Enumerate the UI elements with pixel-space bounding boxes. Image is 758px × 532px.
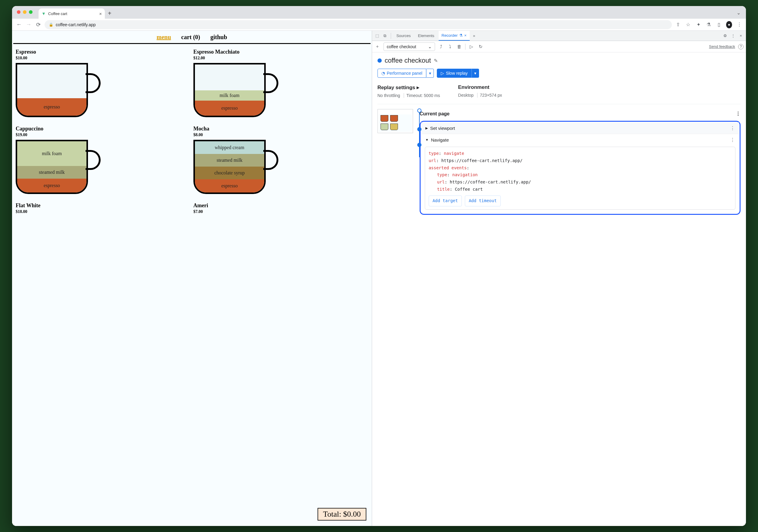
layer-espresso: espresso [195,179,264,192]
new-tab-button[interactable]: + [108,10,112,19]
cup-graphic: whipped cream steamed milk chocolate syr… [193,140,266,194]
product-price: $10.00 [16,56,190,60]
product-price: $12.00 [193,56,368,60]
cup-handle-icon [86,73,101,93]
recording-title: coffee checkout ✎ [377,57,379,64]
product-price: $19.00 [16,133,190,137]
layer-milkfoam: milk foam [195,90,264,101]
nav-menu[interactable]: menu [157,34,171,41]
product-grid: Espresso $10.00 espresso Espresso Macchi… [12,44,372,219]
cup-graphic: espresso [16,63,88,117]
recording-dot-icon [377,58,379,63]
layer-milkfoam: milk foam [17,141,86,166]
page-content: menu cart (0) github Espresso $10.00 esp… [12,31,372,266]
product-mocha[interactable]: Mocha $8.00 whipped cream steamed milk c… [193,126,368,194]
recording-steps: Current page ⋮ ▶ Set viewport ⋮ ▼ N [377,109,379,215]
screenshot-thumbnail[interactable] [377,109,379,133]
settings-row: Replay settings ▸ No throttling Timeout:… [377,84,379,104]
inspect-icon[interactable]: ⬚ [374,33,379,38]
close-window-icon[interactable] [17,10,20,14]
site-nav: menu cart (0) github [13,31,370,44]
action-buttons: ◔ Performance panel ▾ ▷ Slow replay ▾ [377,69,379,78]
nav-github[interactable]: github [210,34,227,41]
product-name: Cappuccino [16,126,190,132]
browser-tab[interactable]: ▼ Coffee cart × [39,9,105,19]
product-americano[interactable]: Ameri $7.00 [193,202,368,214]
window-controls [17,10,33,14]
tab-bar: ▼ Coffee cart × + ⌄ [12,6,379,19]
product-espresso-macchiato[interactable]: Espresso Macchiato $12.00 milk foam espr… [193,49,368,117]
product-name: Mocha [193,126,368,132]
product-name: Espresso Macchiato [193,49,368,55]
layer-espresso: espresso [17,98,86,116]
replay-settings[interactable]: Replay settings ▸ No throttling Timeout:… [377,84,379,98]
nav-cart[interactable]: cart (0) [181,34,200,41]
lock-icon: 🔒 [49,22,53,27]
vue-favicon-icon: ▼ [42,11,46,16]
layer-espresso: espresso [17,179,86,192]
layer-whipped: whipped cream [195,141,264,154]
product-flat-white[interactable]: Flat White $18.00 [16,202,190,214]
product-name: Ameri [193,202,368,209]
url-input[interactable]: 🔒 coffee-cart.netlify.app [45,20,379,29]
cup-handle-icon [263,73,278,93]
product-price: $7.00 [193,209,368,214]
reload-button[interactable]: ⟳ [35,21,42,28]
product-espresso[interactable]: Espresso $10.00 espresso [16,49,190,117]
product-cappuccino[interactable]: Cappuccino $19.00 milk foam steamed milk… [16,126,190,194]
url-text: coffee-cart.netlify.app [56,22,96,27]
layer-steamed: steamed milk [17,166,86,179]
browser-window: ▼ Coffee cart × + ⌄ ← → ⟳ 🔒 coffee-cart.… [12,6,379,266]
product-price: $8.00 [193,133,368,137]
minimize-window-icon[interactable] [23,10,26,14]
new-recording-icon[interactable]: ＋ [374,44,379,50]
recorder-toolbar: ＋ coffee checkout ⌄ ⤴ ⤵ 🗑 ▷ ↻ Send feedb… [372,41,379,52]
address-bar: ← → ⟳ 🔒 coffee-cart.netlify.app ⇧ ☆ ✦ ⚗ … [12,19,379,31]
devtools-panel: ⬚ ⧉ Sources Elements Recorder ⚗ × » ⚙ ⋮ … [372,31,379,266]
cup-handle-icon [86,150,101,170]
product-name: Flat White [16,202,190,209]
close-tab-icon[interactable]: × [99,11,102,16]
cup-graphic: milk foam steamed milk espresso [16,140,88,194]
layer-choc: chocolate syrup [195,167,264,179]
tab-title: Coffee cart [48,12,67,16]
devtools-tabs: ⬚ ⧉ Sources Elements Recorder ⚗ × » ⚙ ⋮ … [372,31,379,41]
maximize-window-icon[interactable] [29,10,33,14]
cup-graphic: milk foam espresso [193,63,266,117]
product-name: Espresso [16,49,190,55]
forward-button[interactable]: → [25,21,32,28]
cup-handle-icon [263,150,278,170]
product-price: $18.00 [16,209,190,214]
performance-panel-button[interactable]: ◔ Performance panel [377,69,379,78]
back-button[interactable]: ← [16,21,22,28]
layer-espresso: espresso [195,101,264,116]
timeline [377,109,379,215]
recorder-body: coffee checkout ✎ ◔ Performance panel ▾ … [372,52,379,266]
layer-steamed: steamed milk [195,154,264,167]
